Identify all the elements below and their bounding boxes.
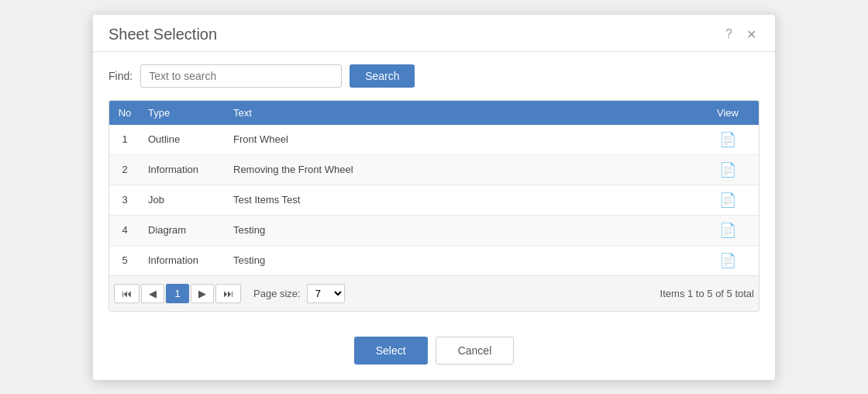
col-header-type: Type bbox=[140, 101, 226, 125]
view-document-icon[interactable]: 📄 bbox=[719, 132, 736, 147]
col-header-text: Text bbox=[226, 101, 697, 125]
cell-text: Testing bbox=[226, 215, 697, 245]
close-icon-button[interactable]: ✕ bbox=[743, 26, 760, 43]
find-label: Find: bbox=[108, 70, 133, 82]
cell-no: 5 bbox=[109, 245, 140, 275]
cell-type: Outline bbox=[140, 125, 226, 155]
cell-view: 📄 bbox=[697, 215, 759, 245]
cell-view: 📄 bbox=[697, 245, 759, 275]
col-header-view: View bbox=[697, 101, 759, 125]
last-page-button[interactable]: ⏭ bbox=[215, 284, 241, 303]
page-size-row: Page size: 7 10 25 50 bbox=[253, 284, 345, 303]
cell-view: 📄 bbox=[697, 125, 759, 155]
pagination-row: ⏮ ◀ 1 ▶ ⏭ Page size: 7 10 25 50 bbox=[109, 275, 759, 311]
view-document-icon[interactable]: 📄 bbox=[719, 162, 736, 178]
cell-type: Diagram bbox=[140, 215, 226, 245]
cell-text: Testing bbox=[226, 245, 697, 275]
current-page-button[interactable]: 1 bbox=[166, 284, 189, 303]
cell-type: Job bbox=[140, 185, 226, 215]
cell-text: Front Wheel bbox=[226, 125, 697, 155]
modal-header: Sheet Selection ? ✕ bbox=[93, 15, 775, 52]
view-document-icon[interactable]: 📄 bbox=[719, 253, 736, 268]
modal-body: Find: Search No Type Text View 1 Outline… bbox=[93, 52, 775, 324]
search-row: Find: Search bbox=[108, 64, 760, 88]
sheet-selection-modal: Sheet Selection ? ✕ Find: Search No Type… bbox=[93, 15, 775, 380]
table-container: No Type Text View 1 Outline Front Wheel … bbox=[108, 100, 760, 312]
table-row: 1 Outline Front Wheel 📄 bbox=[109, 125, 759, 155]
table-row: 3 Job Test Items Test 📄 bbox=[109, 185, 759, 215]
page-size-select[interactable]: 7 10 25 50 bbox=[307, 284, 345, 303]
cancel-button[interactable]: Cancel bbox=[436, 337, 515, 365]
search-button[interactable]: Search bbox=[350, 64, 415, 88]
cell-no: 2 bbox=[109, 154, 140, 185]
items-info: Items 1 to 5 of 5 total bbox=[660, 288, 754, 299]
page-size-label: Page size: bbox=[253, 288, 301, 299]
table-row: 4 Diagram Testing 📄 bbox=[109, 215, 759, 245]
first-page-button[interactable]: ⏮ bbox=[114, 284, 140, 303]
next-page-button[interactable]: ▶ bbox=[191, 284, 214, 303]
view-document-icon[interactable]: 📄 bbox=[719, 223, 736, 238]
pagination-left: ⏮ ◀ 1 ▶ ⏭ Page size: 7 10 25 50 bbox=[114, 284, 345, 303]
cell-no: 4 bbox=[109, 215, 140, 245]
col-header-no: No bbox=[109, 101, 140, 125]
cell-view: 📄 bbox=[697, 154, 759, 185]
help-icon-button[interactable]: ? bbox=[722, 26, 735, 43]
cell-text: Test Items Test bbox=[226, 185, 697, 215]
sheet-table: No Type Text View 1 Outline Front Wheel … bbox=[109, 101, 759, 275]
cell-type: Information bbox=[140, 245, 226, 275]
modal-title: Sheet Selection bbox=[108, 26, 217, 43]
cell-view: 📄 bbox=[697, 185, 759, 215]
cell-no: 1 bbox=[109, 125, 140, 155]
table-row: 2 Information Removing the Front Wheel 📄 bbox=[109, 154, 759, 185]
view-document-icon[interactable]: 📄 bbox=[719, 192, 736, 208]
select-button[interactable]: Select bbox=[354, 337, 428, 365]
table-row: 5 Information Testing 📄 bbox=[109, 245, 759, 275]
modal-footer: Select Cancel bbox=[93, 324, 775, 380]
cell-text: Removing the Front Wheel bbox=[226, 154, 697, 185]
pagination-controls: ⏮ ◀ 1 ▶ ⏭ bbox=[114, 284, 241, 303]
header-icons: ? ✕ bbox=[722, 26, 760, 43]
prev-page-button[interactable]: ◀ bbox=[141, 284, 164, 303]
cell-no: 3 bbox=[109, 185, 140, 215]
search-input[interactable] bbox=[140, 64, 342, 88]
cell-type: Information bbox=[140, 154, 226, 185]
